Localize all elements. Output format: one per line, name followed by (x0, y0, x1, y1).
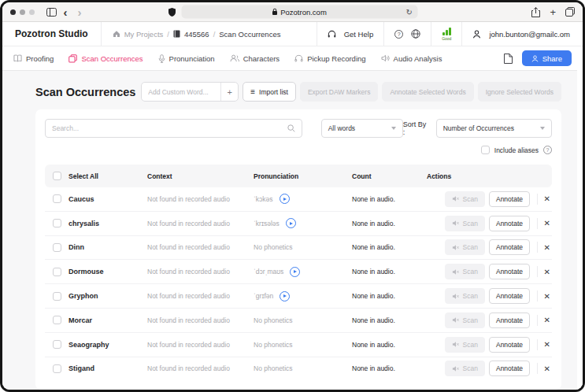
list-icon: ≡ (250, 87, 255, 96)
add-custom-word-input[interactable] (142, 88, 220, 96)
row-checkbox[interactable] (53, 316, 61, 324)
user-account-button[interactable]: john.bunton@gmailc.om (461, 22, 572, 46)
sidebar-toggle-icon[interactable] (44, 5, 58, 19)
close-icon[interactable]: ✕ (544, 292, 552, 301)
count-text: None in audio. (352, 243, 427, 251)
chevron-down-icon (540, 127, 545, 130)
share-page-icon[interactable] (531, 7, 540, 17)
home-icon (113, 30, 120, 38)
tab-proofing[interactable]: Proofing (13, 54, 54, 63)
help-circle-icon[interactable]: ? (394, 30, 403, 39)
forward-button[interactable]: › (72, 5, 87, 19)
annotate-button[interactable]: Annotate (489, 288, 530, 304)
context-text: Not found in recorded audio (147, 292, 254, 300)
back-button[interactable]: ‹ (58, 5, 72, 19)
page-title: Scan Occurrences (35, 86, 135, 98)
annotate-selected-words-button[interactable]: Annotate Selected Words (382, 82, 473, 102)
word-filter-select[interactable]: All words (321, 119, 403, 138)
row-checkbox[interactable] (53, 340, 61, 349)
word-label: Caucus (68, 195, 147, 203)
scan-button[interactable]: Scan (445, 312, 485, 328)
count-text: None in audio. (352, 364, 427, 372)
scan-button[interactable]: Scan (445, 337, 485, 353)
get-help-button[interactable]: Get Help (317, 22, 384, 46)
close-icon[interactable]: ✕ (544, 194, 552, 203)
scan-button[interactable]: Scan (445, 191, 485, 207)
play-audio-button[interactable] (280, 291, 290, 301)
row-checkbox[interactable] (53, 243, 61, 252)
aliases-help-icon[interactable]: ? (543, 146, 552, 154)
close-icon[interactable]: ✕ (544, 243, 552, 252)
window-controls[interactable] (10, 9, 35, 15)
annotate-button[interactable]: Annotate (489, 191, 530, 207)
close-icon[interactable]: ✕ (544, 364, 552, 373)
import-list-button[interactable]: ≡ Import list (243, 82, 296, 102)
add-word-button[interactable]: + (220, 83, 238, 101)
scan-button[interactable]: Scan (445, 264, 485, 279)
ignore-selected-words-button[interactable]: Ignore Selected Words (478, 82, 561, 102)
status-label: Good (442, 36, 451, 41)
scan-button[interactable]: Scan (445, 216, 485, 231)
microphone-icon (158, 54, 165, 63)
scan-button[interactable]: Scan (445, 361, 485, 376)
scan-button[interactable]: Scan (445, 288, 485, 304)
phonetics-text: ˈdɔrˌmaʊs (254, 268, 283, 276)
breadcrumb-projects[interactable]: My Projects (124, 30, 164, 39)
play-audio-button[interactable] (290, 267, 300, 277)
annotate-button[interactable]: Annotate (489, 337, 530, 353)
document-icon[interactable] (504, 54, 513, 64)
export-daw-markers-button[interactable]: Export DAW Markers (300, 82, 379, 102)
row-checkbox[interactable] (53, 292, 61, 301)
privacy-shield-icon[interactable] (168, 7, 176, 17)
tab-pronunciation[interactable]: Pronunciation (158, 54, 215, 63)
tab-scan-occurrences[interactable]: Scan Occurrences (68, 54, 143, 63)
speaker-muted-icon (452, 316, 460, 324)
search-input[interactable] (52, 124, 283, 132)
tab-pickup-recording[interactable]: Pickup Recording (294, 54, 365, 63)
user-email: john.bunton@gmailc.om (489, 30, 570, 39)
row-checkbox[interactable] (53, 194, 61, 203)
new-tab-icon[interactable]: + (550, 6, 556, 18)
sort-select[interactable]: Number of Occurrences (436, 119, 552, 138)
row-checkbox[interactable] (53, 268, 61, 276)
close-icon[interactable]: ✕ (544, 219, 552, 227)
globe-icon[interactable] (411, 29, 420, 39)
tab-characters[interactable]: Characters (230, 54, 280, 63)
occurrences-card: All words Sort By : Number of Occurrence… (35, 109, 561, 390)
brand-logo[interactable]: Pozotron Studio (15, 28, 101, 39)
include-aliases-checkbox[interactable] (481, 146, 490, 154)
close-icon[interactable]: ✕ (544, 316, 552, 324)
row-checkbox[interactable] (53, 219, 61, 227)
share-button[interactable]: Share (522, 50, 572, 66)
close-icon[interactable]: ✕ (544, 340, 552, 349)
phonetics-text: No phonetics (254, 243, 293, 251)
row-checkbox[interactable] (53, 364, 61, 373)
search-field[interactable] (45, 119, 302, 138)
add-custom-word-field[interactable]: + (141, 82, 239, 102)
scrollbar[interactable] (577, 51, 583, 390)
zoom-window-button[interactable] (29, 9, 35, 15)
scan-button[interactable]: Scan (445, 239, 485, 255)
annotate-button[interactable]: Annotate (489, 361, 530, 376)
address-bar[interactable]: Pozotron.com ↻ (181, 6, 417, 19)
connection-status-indicator[interactable]: Good (442, 28, 451, 41)
context-text: Not found in recorded audio (147, 195, 254, 203)
play-audio-button[interactable] (286, 218, 296, 228)
close-icon[interactable]: ✕ (544, 268, 552, 276)
annotate-button[interactable]: Annotate (489, 239, 530, 255)
play-audio-button[interactable] (280, 194, 290, 204)
breadcrumb-project-id[interactable]: 445566 (184, 30, 209, 39)
close-window-button[interactable] (10, 9, 16, 15)
reload-icon[interactable]: ↻ (406, 8, 413, 17)
characters-icon (230, 54, 239, 62)
annotate-button[interactable]: Annotate (489, 264, 530, 279)
share-user-icon (531, 55, 539, 62)
col-pronunciation: Pronunciation (254, 172, 352, 180)
tab-overview-icon[interactable] (565, 7, 575, 17)
phonetics-text: ˈgrɪfən (254, 292, 273, 300)
annotate-button[interactable]: Annotate (489, 216, 530, 231)
annotate-button[interactable]: Annotate (489, 312, 530, 328)
select-all-checkbox[interactable] (53, 172, 61, 180)
tab-audio-analysis[interactable]: Audio Analysis (381, 54, 442, 63)
minimize-window-button[interactable] (20, 9, 25, 15)
